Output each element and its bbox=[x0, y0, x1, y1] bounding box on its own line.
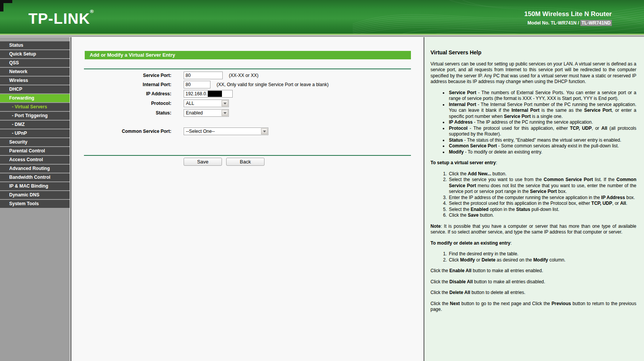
save-button[interactable]: Save bbox=[184, 158, 222, 166]
internal-port-input[interactable] bbox=[184, 81, 210, 88]
sidebar-item-upnp[interactable]: - UPnP bbox=[0, 129, 70, 137]
help-paragraph: Click the Delete All button to delete al… bbox=[430, 290, 636, 296]
header-product-info: 150M Wireless Lite N Router Model No. TL… bbox=[524, 10, 612, 26]
help-list-item: Common Service Port - Some common servic… bbox=[448, 143, 636, 149]
chevron-down-icon bbox=[223, 112, 227, 114]
virtual-server-form: Service Port: (XX-XX or XX) Internal Por… bbox=[71, 72, 423, 137]
common-service-port-dropdown-button[interactable] bbox=[261, 128, 268, 134]
help-panel: Virtual Servers Help Virtual servers can… bbox=[424, 37, 644, 361]
help-paragraph: Click the Next button to go to the next … bbox=[430, 301, 636, 313]
protocol-select[interactable]: ALL bbox=[184, 100, 229, 107]
help-title: Virtual Servers Help bbox=[430, 50, 636, 56]
sidebar-item-status[interactable]: Status bbox=[0, 41, 70, 49]
help-list-item: Select the protocol used for this applic… bbox=[448, 201, 636, 207]
help-numbered-list: Click the Add New... button.Select the s… bbox=[430, 171, 636, 219]
sidebar-item-parental-control[interactable]: Parental Control bbox=[0, 147, 70, 155]
help-paragraph: Click the Enable All button to make all … bbox=[430, 268, 636, 274]
service-port-input[interactable] bbox=[184, 72, 223, 79]
sidebar-item-quick-setup[interactable]: Quick Setup bbox=[0, 50, 70, 58]
sidebar-item-system-tools[interactable]: System Tools bbox=[0, 200, 70, 208]
page-title: Add or Modify a Virtual Server Entry bbox=[85, 51, 411, 59]
sidebar-item-network[interactable]: Network bbox=[0, 68, 70, 76]
header: TP-LINK® 150M Wireless Lite N Router Mod… bbox=[0, 0, 644, 34]
back-button[interactable]: Back bbox=[226, 158, 264, 166]
help-paragraph: To setup a virtual server entry: bbox=[430, 160, 636, 166]
help-list-item: Click Modify or Delete as desired on the… bbox=[448, 257, 636, 263]
help-list-item: Status - The status of this entry, "Enab… bbox=[448, 137, 636, 144]
sidebar-item-qss[interactable]: QSS bbox=[0, 59, 70, 67]
help-paragraph: Note: It is possible that you have a com… bbox=[430, 224, 636, 235]
help-list-item: Click the Save button. bbox=[448, 212, 636, 219]
protocol-label: Protocol: bbox=[71, 101, 171, 106]
help-paragraph: Click the Disable All button to make all… bbox=[430, 279, 636, 285]
sidebar-item-virtual-servers[interactable]: - Virtual Servers bbox=[0, 103, 70, 111]
help-list-item: Find the desired entry in the table. bbox=[448, 251, 636, 257]
registered-trademark-symbol: ® bbox=[90, 8, 94, 14]
ip-address-input[interactable]: 192.168.0. bbox=[184, 90, 233, 98]
tp-link-logo: TP-LINK® bbox=[28, 8, 94, 27]
internal-port-row: Internal Port: (XX, Only valid for singl… bbox=[71, 81, 423, 88]
help-paragraph: To modify or delete an existing entry: bbox=[430, 240, 636, 247]
service-port-hint: (XX-XX or XX) bbox=[229, 73, 258, 78]
sidebar-item-advanced-routing[interactable]: Advanced Routing bbox=[0, 165, 70, 173]
help-numbered-list: Find the desired entry in the table.Clic… bbox=[430, 251, 636, 263]
help-content: Virtual servers can be used for setting … bbox=[430, 61, 636, 313]
help-paragraph: Virtual servers can be used for setting … bbox=[430, 61, 636, 85]
sidebar-menu: StatusQuick SetupQSSNetworkWirelessDHCPF… bbox=[0, 37, 70, 361]
help-list-item: Modify - To modify or delete an existing… bbox=[448, 149, 636, 155]
service-port-row: Service Port: (XX-XX or XX) bbox=[71, 72, 423, 79]
status-dropdown-button[interactable] bbox=[222, 110, 228, 116]
router-admin-page: TP-LINK® 150M Wireless Lite N Router Mod… bbox=[0, 0, 644, 361]
sidebar-item-access-control[interactable]: Access Control bbox=[0, 156, 70, 164]
internal-port-label: Internal Port: bbox=[71, 82, 171, 87]
product-name: 150M Wireless Lite N Router bbox=[524, 10, 612, 18]
protocol-row: Protocol: ALL bbox=[71, 100, 423, 107]
protocol-dropdown-button[interactable] bbox=[222, 100, 228, 106]
help-list-item: Enter the IP address of the computer run… bbox=[448, 195, 636, 201]
status-select[interactable]: Enabled bbox=[184, 109, 229, 117]
main-content: Add or Modify a Virtual Server Entry Ser… bbox=[71, 37, 423, 361]
sidebar-item-bandwidth-control[interactable]: Bandwidth Control bbox=[0, 173, 70, 181]
sidebar-item-dhcp[interactable]: DHCP bbox=[0, 85, 70, 93]
help-list-item: Protocol - The protocol used for this ap… bbox=[448, 126, 636, 137]
chevron-down-icon bbox=[263, 131, 266, 132]
ip-address-row: IP Address: 192.168.0. bbox=[71, 90, 423, 98]
sidebar-item-wireless[interactable]: Wireless bbox=[0, 77, 70, 85]
header-corner-decoration bbox=[0, 0, 12, 3]
sidebar-item-security[interactable]: Security bbox=[0, 138, 70, 146]
header-gray-strip bbox=[0, 35, 644, 37]
sidebar-item-port-triggering[interactable]: - Port Triggering bbox=[0, 112, 70, 120]
help-list-item: Internal Port - The Internal Service Por… bbox=[448, 102, 636, 120]
sidebar-item-forwarding[interactable]: Forwarding bbox=[0, 94, 70, 102]
model-number: Model No. TL-WR741N / TL-WR741ND bbox=[524, 20, 612, 26]
help-list-item: Service Port - The numbers of External S… bbox=[448, 90, 636, 102]
divider bbox=[84, 155, 411, 156]
status-label: Status: bbox=[71, 110, 171, 116]
sidebar-item-dmz[interactable]: - DMZ bbox=[0, 121, 70, 129]
help-list-item: Click the Add New... button. bbox=[448, 171, 636, 177]
help-list-item: Select the Enabled option in the Status … bbox=[448, 207, 636, 213]
chevron-down-icon bbox=[223, 103, 227, 105]
sidebar-item-ip-mac-binding[interactable]: IP & MAC Binding bbox=[0, 182, 70, 190]
help-bullet-list: Service Port - The numbers of External S… bbox=[430, 90, 636, 155]
service-port-label: Service Port: bbox=[71, 73, 171, 78]
divider bbox=[84, 69, 411, 69]
common-service-port-select[interactable]: --Select One-- bbox=[184, 127, 268, 135]
redacted-ip-octet bbox=[208, 91, 222, 97]
help-list-item: IP Address - The IP address of the PC ru… bbox=[448, 119, 636, 126]
ip-address-label: IP Address: bbox=[71, 91, 171, 96]
internal-port-hint: (XX, Only valid for single Service Port … bbox=[217, 82, 329, 87]
help-list-item: Select the service you want to use from … bbox=[448, 177, 636, 195]
form-actions: Save Back bbox=[184, 158, 264, 166]
model-number-highlight: TL-WR741ND bbox=[580, 20, 612, 26]
status-row: Status: Enabled bbox=[71, 109, 423, 117]
sidebar-item-dynamic-dns[interactable]: Dynamic DNS bbox=[0, 191, 70, 199]
common-service-port-label: Common Service Port: bbox=[71, 129, 171, 134]
common-service-port-row: Common Service Port: --Select One-- bbox=[71, 127, 423, 135]
